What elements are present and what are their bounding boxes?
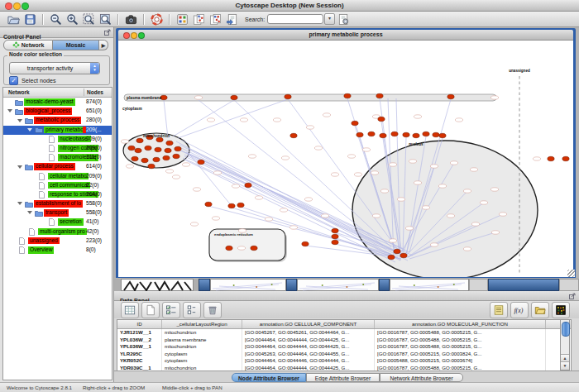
network-node-unselected[interactable] — [397, 198, 404, 201]
network-node-unselected[interactable] — [414, 181, 421, 184]
background-window-titlebar[interactable] — [286, 279, 297, 291]
network-node[interactable] — [344, 93, 351, 98]
function-builder-button[interactable]: f(x) — [510, 302, 529, 318]
network-node-unselected[interactable] — [463, 247, 471, 251]
change-table-mode-button[interactable] — [121, 302, 139, 318]
network-node-unselected[interactable] — [331, 173, 338, 176]
search-settings-button[interactable] — [336, 12, 351, 26]
network-node[interactable] — [403, 132, 409, 136]
network-node-unselected[interactable] — [471, 222, 479, 226]
network-node-unselected[interactable] — [450, 161, 457, 165]
background-window-titlebar[interactable] — [488, 279, 559, 291]
network-node-unselected[interactable] — [438, 184, 446, 188]
network-node-unselected[interactable] — [354, 173, 361, 176]
delete-attribute-button[interactable] — [203, 302, 222, 318]
close-view-button[interactable] — [123, 32, 130, 39]
zoom-out-button[interactable] — [48, 12, 63, 26]
network-node[interactable] — [352, 121, 358, 125]
network-node[interactable] — [155, 147, 161, 151]
tree-row-nitrogen-compo[interactable]: nitrogen compo209(0) — [3, 144, 112, 153]
network-node-unselected[interactable] — [491, 231, 499, 234]
network-node[interactable] — [135, 148, 141, 152]
network-node-unselected[interactable] — [237, 246, 245, 250]
tree-row-cellular-metabo[interactable]: cellular metabo209(0) — [3, 172, 112, 181]
network-node-unselected[interactable] — [248, 155, 256, 158]
network-node[interactable] — [198, 160, 204, 164]
network-node-unselected[interactable] — [447, 214, 454, 218]
network-node[interactable] — [245, 183, 251, 187]
network-canvas[interactable]: plasma membranecytoplasmmitochondrionnuc… — [118, 41, 573, 277]
network-node-unselected[interactable] — [190, 222, 198, 226]
network-node[interactable] — [433, 132, 439, 136]
resize-grip-icon[interactable] — [567, 270, 575, 277]
network-node-unselected[interactable] — [126, 165, 133, 168]
network-node-unselected[interactable] — [165, 170, 173, 173]
network-node-unselected[interactable] — [372, 214, 380, 218]
network-node[interactable] — [173, 154, 179, 158]
attribute-batch-editor-button[interactable] — [490, 302, 508, 318]
network-edge[interactable] — [164, 100, 168, 138]
network-node-unselected[interactable] — [371, 171, 378, 174]
network-node-unselected[interactable] — [280, 208, 287, 212]
tree-row-cellular-process[interactable]: cellular process614(0) — [3, 162, 112, 171]
network-node-unselected[interactable] — [463, 189, 471, 193]
network-node[interactable] — [376, 93, 383, 98]
background-windows-strip[interactable] — [114, 279, 579, 291]
network-node[interactable] — [163, 155, 170, 160]
network-view-window[interactable]: primary metabolic process plasma membran… — [116, 28, 576, 278]
network-node-unselected[interactable] — [232, 184, 239, 188]
network-node[interactable] — [302, 241, 309, 246]
network-node[interactable] — [400, 253, 407, 257]
network-node-unselected[interactable] — [306, 126, 313, 129]
tab-node-attribute-browser[interactable]: Node Attribute Browser — [232, 373, 306, 382]
network-node[interactable] — [237, 203, 244, 207]
tree-row-response-to-stimulu[interactable]: response to stimulu264(0) — [3, 190, 112, 199]
expand-arrow-icon[interactable] — [27, 211, 32, 214]
background-window-fragment[interactable] — [390, 279, 469, 291]
tree-row-metabolic-process[interactable]: metabolic process280(0) — [3, 116, 112, 125]
network-node[interactable] — [394, 249, 400, 253]
network-node-unselected[interactable] — [430, 165, 438, 168]
expand-arrow-icon[interactable] — [17, 119, 22, 122]
select-nodes-checkbox[interactable]: ✓ — [9, 76, 18, 85]
network-node[interactable] — [378, 117, 385, 121]
network-node-unselected[interactable] — [533, 157, 540, 160]
network-node[interactable] — [332, 240, 338, 244]
minimize-view-button[interactable] — [131, 32, 137, 39]
network-node-unselected[interactable] — [255, 196, 262, 199]
zoom-fit-button[interactable] — [81, 12, 96, 26]
expand-arrow-icon[interactable] — [27, 128, 32, 131]
network-node[interactable] — [166, 141, 173, 145]
minimize-window-button[interactable] — [13, 2, 21, 10]
network-node-unselected[interactable] — [430, 243, 438, 246]
help-button[interactable] — [149, 12, 164, 26]
network-node-unselected[interactable] — [499, 213, 506, 216]
zoom-view-button[interactable] — [138, 32, 145, 39]
tree-row-mosaic-demo-yeast[interactable]: mosaic-demo-yeast874(0) — [3, 98, 112, 107]
network-node-unselected[interactable] — [323, 113, 330, 117]
network-node-unselected[interactable] — [321, 214, 328, 218]
network-node-unselected[interactable] — [121, 140, 128, 143]
tab-scroll-arrow[interactable]: ▶ — [99, 40, 108, 50]
network-node-unselected[interactable] — [194, 96, 202, 99]
zoom-window-button[interactable] — [22, 2, 29, 10]
network-node[interactable] — [251, 246, 257, 250]
network-node-unselected[interactable] — [193, 188, 200, 191]
network-node-unselected[interactable] — [213, 171, 221, 174]
expand-arrow-icon[interactable] — [17, 202, 22, 205]
network-node-unselected[interactable] — [490, 96, 498, 99]
open-button[interactable] — [6, 12, 21, 26]
scroll-down-button[interactable]: ▼ — [561, 361, 569, 370]
table-row[interactable]: YPL036W__2plasma membrane[GO:0044464, GO… — [117, 337, 571, 344]
network-node[interactable] — [285, 94, 291, 98]
network-node-unselected[interactable] — [290, 226, 297, 229]
network-node[interactable] — [231, 95, 237, 99]
network-node[interactable] — [156, 137, 163, 141]
network-node-unselected[interactable] — [172, 175, 179, 179]
network-node[interactable] — [439, 133, 446, 137]
column-header-ID[interactable]: ID — [117, 320, 162, 328]
network-graph[interactable]: plasma membranecytoplasmmitochondrionnuc… — [118, 41, 573, 277]
network-node-unselected[interactable] — [347, 155, 355, 158]
attribute-table[interactable]: ID_cellularLayoutRegionannotation.GO CEL… — [117, 319, 572, 372]
network-node-unselected[interactable] — [281, 156, 289, 160]
